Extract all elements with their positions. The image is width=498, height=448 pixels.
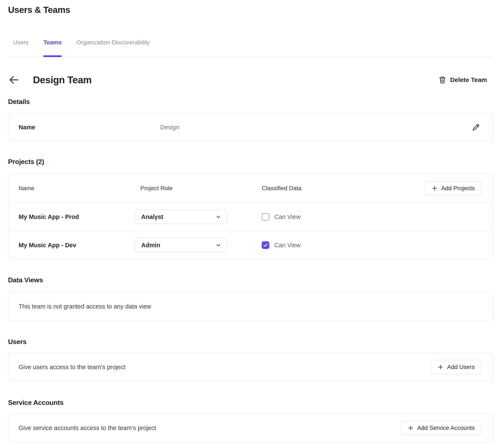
project-role-cell: Analyst (135, 210, 262, 224)
page-container: Users & Teams Users Teams Organization D… (0, 5, 498, 443)
back-button[interactable] (8, 74, 20, 86)
project-role-value: Analyst (141, 213, 163, 220)
users-card: Give users access to the team's project … (8, 353, 493, 381)
arrow-left-icon (8, 74, 19, 85)
service-accounts-card: Give service accounts access to the team… (8, 413, 493, 443)
column-header-classified-data: Classified Data (262, 185, 425, 192)
tab-bar: Users Teams Organization Discoverability (8, 39, 493, 57)
can-view-label: Can View (274, 213, 301, 220)
add-service-accounts-button[interactable]: Add Service Accounts (401, 421, 482, 435)
details-card: Name Design (8, 113, 493, 141)
delete-team-label: Delete Team (450, 76, 487, 83)
project-name: My Music App - Dev (19, 242, 135, 249)
add-projects-label: Add Projects (441, 185, 475, 192)
tab-teams[interactable]: Teams (43, 39, 62, 57)
details-heading: Details (8, 98, 493, 106)
edit-name-button[interactable] (471, 123, 481, 132)
users-empty-text: Give users access to the team's project (19, 364, 125, 371)
add-service-accounts-label: Add Service Accounts (417, 425, 475, 431)
chevron-down-icon (215, 214, 221, 220)
can-view-checkbox[interactable] (262, 213, 269, 221)
team-header: Design Team Delete Team (8, 71, 493, 89)
column-header-project-role: Project Role (135, 185, 262, 192)
add-users-button[interactable]: Add Users (431, 360, 482, 374)
tab-organization-discoverability[interactable]: Organization Discoverability (77, 39, 150, 57)
service-accounts-empty-text: Give service accounts access to the team… (19, 425, 156, 432)
plus-icon (407, 425, 414, 431)
data-views-empty-text: This team is not granted access to any d… (19, 303, 151, 310)
tab-users[interactable]: Users (13, 39, 29, 57)
column-header-name: Name (19, 185, 135, 192)
trash-icon (439, 76, 446, 84)
classified-data-cell: Can View (262, 213, 482, 221)
project-role-cell: Admin (135, 238, 262, 252)
project-role-select[interactable]: Analyst (135, 210, 227, 224)
add-projects-button[interactable]: Add Projects (425, 181, 482, 195)
data-views-heading: Data Views (8, 276, 493, 284)
details-name-value: Design (160, 124, 471, 131)
plus-icon (437, 364, 444, 370)
project-name: My Music App - Prod (19, 213, 135, 220)
table-row-project-dev: My Music App - Dev Admin (8, 231, 493, 259)
can-view-label: Can View (274, 242, 301, 249)
data-views-card: This team is not granted access to any d… (8, 292, 493, 321)
project-role-value: Admin (141, 242, 160, 249)
pencil-icon (472, 123, 480, 131)
details-name-label: Name (19, 124, 160, 131)
checkmark-icon (263, 243, 268, 248)
projects-table: Name Project Role Classified Data Add Pr… (8, 174, 493, 259)
project-role-select[interactable]: Admin (135, 238, 227, 252)
users-heading: Users (8, 338, 493, 346)
plus-icon (432, 185, 438, 192)
projects-heading: Projects (2) (8, 158, 493, 166)
can-view-checkbox[interactable] (262, 241, 269, 249)
page-title: Users & Teams (8, 5, 493, 15)
projects-table-header: Name Project Role Classified Data Add Pr… (8, 174, 493, 202)
team-title: Design Team (33, 74, 92, 86)
delete-team-button[interactable]: Delete Team (439, 76, 493, 84)
classified-data-cell: Can View (262, 241, 482, 249)
service-accounts-heading: Service Accounts (8, 399, 493, 407)
table-row-project-prod: My Music App - Prod Analyst (8, 202, 493, 231)
add-users-label: Add Users (447, 364, 475, 370)
chevron-down-icon (215, 242, 221, 248)
